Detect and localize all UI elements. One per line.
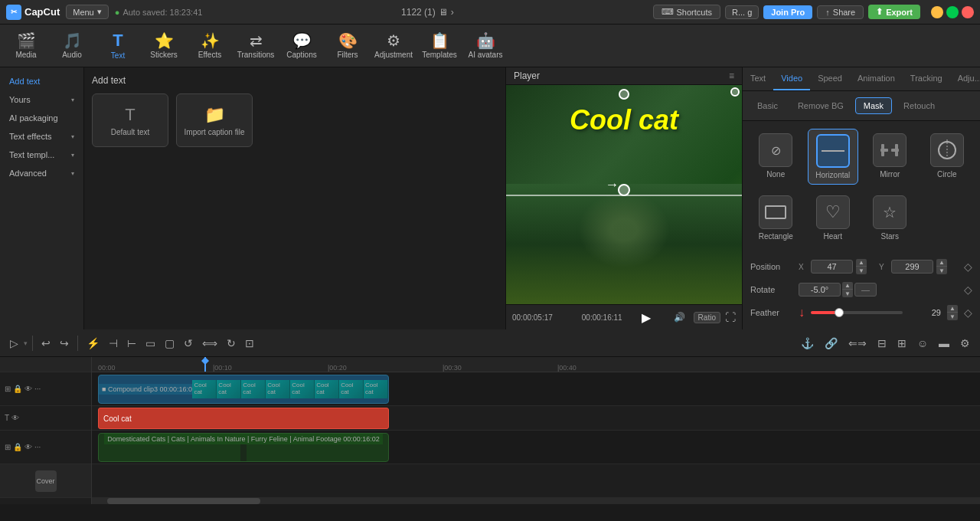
fullscreen-button[interactable]: ⛶: [725, 311, 736, 323]
tab-adjust[interactable]: Adju...: [950, 67, 980, 90]
export-button[interactable]: ⬆ Export: [868, 5, 920, 19]
sidebar-item-text-effects[interactable]: Text effects ▾: [5, 129, 79, 144]
feather-spin-up[interactable]: ▲: [947, 305, 958, 313]
shape-heart[interactable]: ♡ Heart: [808, 191, 859, 245]
top-right-handle[interactable]: [730, 87, 740, 97]
audio-track-button[interactable]: ▬: [935, 335, 953, 352]
tab-tracking[interactable]: Tracking: [903, 67, 950, 90]
shape-circle[interactable]: Circle: [922, 129, 973, 185]
rotate-handle[interactable]: [619, 89, 629, 100]
media-eye-icon[interactable]: 👁: [24, 443, 32, 451]
toolbar-item-filters[interactable]: 🎨 Filters: [325, 26, 371, 66]
maximize-button[interactable]: [946, 6, 959, 18]
sidebar-item-advanced[interactable]: Advanced ▾: [5, 165, 79, 181]
toolbar-item-templates[interactable]: 📋 Templates: [416, 26, 462, 66]
profile-button[interactable]: R... g: [725, 5, 759, 19]
redo-button[interactable]: ↪: [56, 335, 73, 352]
feather-reset-button[interactable]: ◇: [964, 306, 972, 319]
select-tool-button[interactable]: ▷: [6, 335, 22, 352]
minimize-button[interactable]: [931, 6, 943, 18]
circle-handle[interactable]: [618, 184, 630, 196]
tab-text[interactable]: Text: [743, 67, 773, 90]
mask-tab-mask[interactable]: Mask: [855, 97, 892, 114]
shortcuts-button[interactable]: ⌨ Shortcuts: [653, 5, 720, 19]
shape-stars[interactable]: ☆ Stars: [864, 191, 916, 245]
toolbar-item-transitions[interactable]: ⇄ Transitions: [233, 26, 279, 66]
feather-spin-down[interactable]: ▼: [947, 313, 958, 320]
snap-button[interactable]: ⚓: [797, 335, 818, 352]
group-button[interactable]: ▢: [161, 335, 178, 352]
track-more-icon[interactable]: ···: [34, 385, 41, 393]
toolbar-item-adjustment[interactable]: ⚙ Adjustment: [371, 26, 416, 66]
tab-animation[interactable]: Animation: [850, 67, 903, 90]
media-more-icon[interactable]: ···: [34, 443, 41, 451]
toolbar-item-effects[interactable]: ✨ Effects: [187, 26, 233, 66]
ratio-button[interactable]: Ratio: [694, 312, 720, 323]
feather-slider[interactable]: [811, 311, 903, 314]
mask-tab-retouch[interactable]: Retouch: [895, 97, 943, 114]
undo-button[interactable]: ↩: [38, 335, 54, 352]
y-spin-down[interactable]: ▼: [936, 267, 947, 274]
shape-horizontal[interactable]: Horizontal: [808, 129, 859, 185]
trim-right-button[interactable]: ⊢: [123, 335, 140, 352]
mask-tab-basic[interactable]: Basic: [749, 97, 786, 114]
loop-button[interactable]: ↺: [180, 335, 197, 352]
play-button[interactable]: ▶: [637, 308, 655, 326]
rotate-timeline-button[interactable]: ↻: [223, 335, 240, 352]
menu-button[interactable]: Menu ▾: [66, 5, 109, 19]
settings-timeline-button[interactable]: ⚙: [956, 335, 974, 352]
default-text-card[interactable]: T Default text: [92, 93, 168, 147]
rotate-spin-down[interactable]: ▼: [842, 290, 853, 297]
emoji-button[interactable]: ☺: [913, 335, 932, 352]
share-button[interactable]: ↑ Share: [817, 5, 864, 19]
sidebar-item-ai-packaging[interactable]: AI packaging: [5, 110, 79, 126]
zoom-out-timeline[interactable]: ⊟: [874, 335, 890, 352]
shape-rectangle[interactable]: Rectangle: [750, 191, 802, 245]
track-lock-icon[interactable]: 🔒: [13, 385, 22, 393]
x-spin-down[interactable]: ▼: [856, 267, 867, 274]
rotate-reset-button[interactable]: ◇: [964, 283, 972, 296]
rotate-spin-up[interactable]: ▲: [842, 282, 853, 290]
shape-mirror[interactable]: Mirror: [864, 129, 916, 185]
text-track-eye-icon[interactable]: 👁: [11, 414, 19, 422]
timeline-scrollbar[interactable]: [92, 498, 980, 504]
import-caption-card[interactable]: 📁 Import caption file: [176, 93, 253, 147]
text-clip[interactable]: Cool cat: [98, 408, 389, 429]
timeline-scroll-thumb[interactable]: [107, 498, 260, 504]
sidebar-item-yours[interactable]: Yours ▾: [5, 92, 79, 107]
clip-link-button[interactable]: ⇐⇒: [844, 335, 871, 352]
position-y-input[interactable]: [891, 260, 933, 274]
track-eye-icon[interactable]: 👁: [24, 385, 32, 393]
toolbar-item-ai-avatars[interactable]: 🤖 AI avatars: [462, 26, 508, 66]
tab-speed[interactable]: Speed: [810, 67, 850, 90]
position-reset-button[interactable]: ◇: [964, 260, 972, 273]
player-menu-icon[interactable]: ≡: [729, 70, 734, 81]
mirror-button[interactable]: ⟺: [198, 335, 221, 352]
tab-video[interactable]: Video: [773, 67, 810, 90]
split-button[interactable]: ⚡: [83, 335, 103, 352]
x-spin-up[interactable]: ▲: [856, 259, 867, 267]
mask-tab-remove-bg[interactable]: Remove BG: [789, 97, 852, 114]
toolbar-item-media[interactable]: 🎬 Media: [3, 26, 49, 66]
link-button[interactable]: 🔗: [821, 335, 841, 352]
compound-clip[interactable]: ■ Compound clip3 00:00:16:02 Cool cat Co…: [98, 375, 389, 404]
toolbar-item-captions[interactable]: 💬 Captions: [279, 26, 325, 66]
position-x-input[interactable]: [811, 260, 853, 274]
shape-none[interactable]: ⊘ None: [750, 129, 802, 185]
toolbar-item-audio[interactable]: 🎵 Audio: [49, 26, 95, 66]
media-clip[interactable]: Domesticated Cats | Cats | Animals In Na…: [98, 433, 389, 462]
close-button[interactable]: [962, 6, 974, 18]
volume-button[interactable]: 🔊: [670, 310, 689, 325]
crop-button[interactable]: ⊡: [241, 335, 258, 352]
media-lock-icon[interactable]: 🔒: [13, 443, 22, 451]
toolbar-item-text[interactable]: T Text: [95, 26, 141, 66]
trim-left-button[interactable]: ⊣: [105, 335, 122, 352]
rotate-flip-button[interactable]: —: [854, 283, 877, 297]
delete-button[interactable]: ▭: [142, 335, 159, 352]
panel-add-text[interactable]: Add text: [5, 74, 79, 89]
rotate-input[interactable]: [799, 283, 841, 297]
y-spin-up[interactable]: ▲: [936, 259, 947, 267]
join-pro-button[interactable]: Join Pro: [763, 5, 812, 19]
zoom-in-timeline[interactable]: ⊞: [893, 335, 910, 352]
sidebar-item-text-templates[interactable]: Text templ... ▾: [5, 147, 79, 162]
